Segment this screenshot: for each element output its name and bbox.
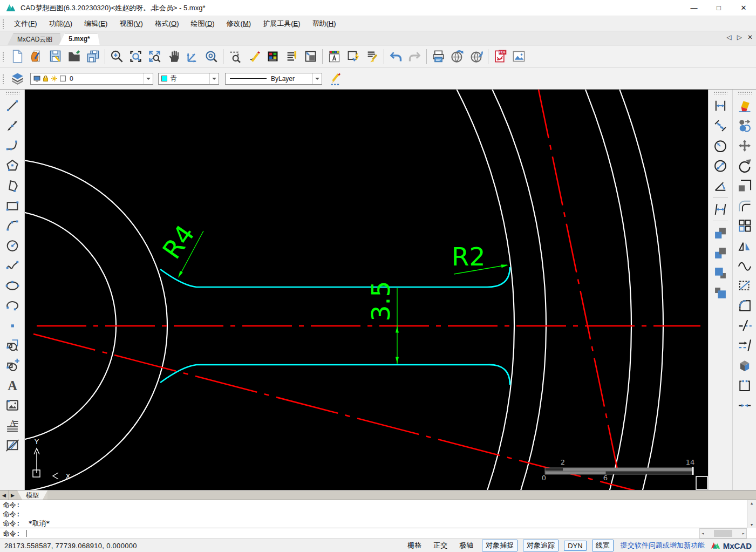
scroll-right-icon[interactable]: ► [741, 531, 746, 536]
tab-close-button[interactable]: ✕ [747, 33, 753, 41]
join-button[interactable] [734, 395, 754, 415]
draw-point-button[interactable] [2, 315, 22, 335]
toggle-ortho[interactable]: 正交 [430, 540, 451, 551]
text-style-button[interactable] [325, 47, 344, 66]
pan-button[interactable] [164, 47, 183, 66]
command-prompt[interactable]: 命令: [0, 528, 747, 539]
draw-xline-button[interactable] [2, 115, 22, 135]
layout-prev-button[interactable]: ◀ [0, 490, 9, 500]
create-block-button[interactable] [2, 355, 22, 375]
draw-polyshape-button[interactable] [2, 175, 22, 195]
stretch-button[interactable] [734, 275, 754, 295]
view-restore-button[interactable] [226, 47, 244, 66]
layer-combo[interactable]: 0 [30, 73, 153, 85]
scroll-up-icon[interactable]: ▲ [751, 500, 753, 507]
draw-mtext-button[interactable]: A [2, 415, 22, 435]
draw-text-button[interactable]: A [2, 375, 22, 395]
dimension-toolbar-grip[interactable] [713, 91, 727, 94]
viewport-button[interactable] [301, 47, 320, 66]
layer-combo-chevron-icon[interactable] [144, 73, 153, 84]
draw-arc-button[interactable] [2, 215, 22, 235]
save-all-button[interactable] [84, 47, 103, 66]
menu-modify[interactable]: 修改(M) [221, 17, 257, 30]
drawing-canvas[interactable]: R4 R2 3.5 2 14 0 6 Y X [25, 90, 708, 490]
quick-select-button[interactable] [344, 47, 363, 66]
scale-button[interactable] [734, 175, 754, 195]
insert-block-button[interactable] [2, 335, 22, 355]
web-publish-button[interactable] [448, 47, 467, 66]
layer-manager-button[interactable] [282, 47, 301, 66]
zoom-window-button[interactable] [126, 47, 145, 66]
draw-rectangle-button[interactable] [2, 195, 22, 215]
color-settings-button[interactable] [263, 47, 282, 66]
linetype-combo-chevron-icon[interactable] [312, 73, 322, 84]
draw-polygon-button[interactable] [2, 155, 22, 175]
toggle-osnap[interactable]: 对象捕捉 [482, 540, 517, 551]
menu-draw[interactable]: 绘图(D) [185, 17, 221, 30]
toggle-dyn[interactable]: DYN [564, 541, 586, 551]
scroll-down-icon[interactable]: ▼ [751, 522, 753, 528]
draw-circle-button[interactable] [2, 235, 22, 255]
toggle-polar[interactable]: 极轴 [456, 540, 476, 551]
linetype-combo[interactable]: ByLayer [225, 73, 322, 85]
fillet-button[interactable] [734, 295, 754, 315]
mirror-button[interactable] [734, 235, 754, 255]
sketch-button[interactable] [244, 47, 263, 66]
open-folder-button[interactable] [65, 47, 84, 66]
menu-function[interactable]: 功能(A) [43, 17, 78, 30]
menu-edit[interactable]: 编辑(E) [78, 17, 113, 30]
draw-toolbar-grip[interactable] [5, 91, 19, 94]
dim-angular-button[interactable] [711, 175, 731, 195]
toggle-otrack[interactable]: 对象追踪 [523, 540, 559, 551]
command-vertical-scrollbar[interactable]: ▲ ▼ [747, 500, 756, 528]
zoom-extents-button[interactable] [145, 47, 164, 66]
save-button[interactable] [46, 47, 65, 66]
maximize-button[interactable]: □ [706, 0, 731, 16]
array-button[interactable] [734, 215, 754, 235]
dim-aligned-button[interactable] [711, 115, 731, 135]
toggle-lineweight[interactable]: 线宽 [592, 540, 614, 551]
dim-distance-button[interactable] [711, 199, 731, 219]
close-button[interactable]: ✕ [731, 0, 756, 16]
zoom-in-button[interactable] [107, 47, 126, 66]
draw-hatch-button[interactable] [2, 435, 22, 455]
extend-button[interactable] [734, 335, 754, 355]
minimize-button[interactable]: — [682, 0, 706, 16]
draworder-bottom-button[interactable] [711, 283, 731, 303]
menu-help[interactable]: 帮助(H) [307, 17, 342, 30]
export-pdf-button[interactable]: PDF [491, 47, 509, 66]
toolbar-grip[interactable] [2, 52, 5, 62]
draw-spline-button[interactable] [2, 255, 22, 275]
print-button[interactable] [429, 47, 448, 66]
open-button[interactable] [27, 47, 46, 66]
ucs-button[interactable] [183, 47, 202, 66]
draw-ellipse-button[interactable] [2, 275, 22, 295]
draw-line-button[interactable] [2, 96, 22, 115]
command-horizontal-scrollbar[interactable]: ◄ ► [699, 528, 747, 539]
command-window[interactable]: 命令:命令:命令: *取消* 命令: ▲ ▼ ◄ ► [0, 500, 756, 539]
undo-button[interactable] [386, 47, 405, 66]
dim-diameter-button[interactable] [711, 155, 731, 175]
rotate-button[interactable] [734, 155, 754, 175]
draworder-pencil-button[interactable] [326, 69, 345, 88]
dim-radius-button[interactable] [711, 135, 731, 155]
trim-button[interactable] [734, 315, 754, 335]
tab-next-button[interactable]: ▷ [737, 33, 742, 41]
layout-next-button[interactable]: ▶ [9, 490, 17, 500]
model-tab[interactable]: 模型 [17, 490, 47, 500]
zoom-center-button[interactable] [202, 47, 221, 66]
match-properties-button[interactable] [363, 47, 382, 66]
modify-toolbar-grip[interactable] [738, 91, 752, 94]
menu-file[interactable]: 文件(F) [8, 17, 43, 30]
layout-scroll-track[interactable] [47, 490, 756, 500]
toggle-grid[interactable]: 栅格 [404, 540, 425, 551]
dim-linear-button[interactable] [711, 96, 731, 115]
menu-format[interactable]: 格式(O) [149, 17, 185, 30]
menubar-grip[interactable] [2, 19, 5, 29]
draworder-front-button[interactable] [711, 223, 731, 243]
new-button[interactable] [8, 47, 27, 66]
color-combo-chevron-icon[interactable] [209, 73, 219, 84]
copy-button[interactable] [734, 115, 754, 135]
color-combo[interactable]: 青 [158, 73, 219, 85]
draworder-back-button[interactable] [711, 243, 731, 263]
